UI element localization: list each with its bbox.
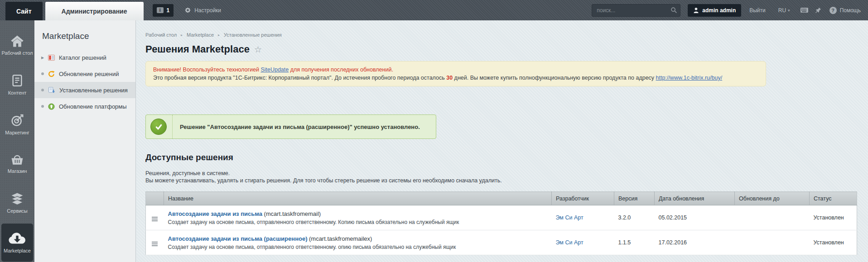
settings-button[interactable]: Настройки: [184, 7, 221, 14]
trial-notice: Внимание! Воспользуйтесь технологией Sit…: [145, 61, 766, 86]
favorite-star-icon[interactable]: ☆: [254, 44, 262, 55]
section-description-line1: Решения, доступные в системе.: [145, 170, 868, 177]
buy-link[interactable]: http://www.1c-bitrix.ru/buy/: [656, 75, 723, 81]
bullet-icon: [41, 72, 44, 75]
sidebar-item-label: Рабочий стол: [0, 50, 34, 56]
sidebar-item-label: Контент: [7, 90, 28, 95]
menu-item-platform-update[interactable]: Обновление платформы: [34, 98, 135, 114]
trial-notice-line: Это пробная версия продукта "1С-Битрикс:…: [153, 74, 758, 82]
breadcrumb-desktop[interactable]: Рабочий стол: [145, 32, 177, 38]
solution-updates-until: [735, 230, 810, 255]
solution-code: (mcart.taskfromemailex): [309, 235, 372, 242]
notice-text: для получения последних обновлений.: [289, 67, 393, 73]
solution-link[interactable]: Автосоздание задачи из письма: [168, 210, 262, 217]
sidebar-item-content[interactable]: Контент: [0, 65, 34, 105]
table-row[interactable]: Автосоздание задачи из письма (mcart.tas…: [146, 205, 857, 230]
menu-item-solutions-update[interactable]: Обновление решений: [34, 66, 135, 82]
layers-icon: [10, 193, 24, 205]
main-content: Рабочий стол ▸ Marketplace ▸ Установленн…: [136, 20, 868, 262]
row-menu-icon[interactable]: [150, 215, 159, 223]
solution-description: Создает задачу на основе письма, отправл…: [168, 219, 548, 225]
siteupdate-link[interactable]: SiteUpdate: [260, 67, 289, 73]
solution-status: Установлен: [810, 230, 857, 255]
help-link[interactable]: ? Помощь: [829, 7, 861, 14]
column-developer[interactable]: Разработчик: [552, 192, 614, 205]
catalog-icon: [48, 55, 55, 61]
solutions-table: Название Разработчик Версия Дата обновле…: [145, 191, 857, 255]
user-label: admin admin: [702, 7, 736, 14]
menu-title: Marketplace: [42, 31, 135, 41]
document-icon: [11, 74, 23, 87]
success-check-icon: [150, 119, 167, 135]
menu-item-solutions-catalog[interactable]: ▶ Каталог решений: [34, 49, 135, 66]
basket-icon: [10, 153, 24, 165]
user-icon: [693, 7, 699, 14]
sidebar-item-desktop[interactable]: Рабочий стол: [0, 26, 34, 65]
trial-days-left: 30: [446, 75, 453, 81]
column-menu: [146, 192, 164, 205]
sidebar-item-marketplace[interactable]: Marketplace: [1, 224, 33, 262]
notice-text: Внимание! Воспользуйтесь технологией: [153, 67, 260, 73]
logout-link[interactable]: Выйти: [749, 7, 766, 14]
pin-button[interactable]: [815, 7, 821, 14]
menu-item-label: Каталог решений: [59, 54, 106, 61]
installed-solutions-icon: [48, 87, 55, 94]
target-icon: [11, 114, 24, 127]
row-menu-icon[interactable]: [150, 240, 159, 248]
breadcrumb-separator-icon: ▸: [181, 33, 183, 37]
breadcrumb: Рабочий стол ▸ Marketplace ▸ Установленн…: [145, 32, 868, 38]
help-label: Помощь: [840, 7, 861, 14]
bullet-icon: [41, 105, 44, 108]
breadcrumb-separator-icon: ▸: [218, 33, 220, 37]
hotkeys-button[interactable]: [800, 7, 809, 14]
success-message: Решение "Автосоздание задачи из письма (…: [145, 114, 436, 139]
menu-item-label: Обновление решений: [59, 71, 119, 77]
solution-update-date: 17.02.2016: [655, 230, 735, 255]
tab-site[interactable]: Сайт: [5, 2, 43, 20]
solution-updates-until: [735, 205, 810, 230]
user-button[interactable]: admin admin: [688, 4, 741, 17]
solution-version: 1.1.5: [614, 230, 655, 255]
solution-update-date: 05.02.2015: [655, 205, 735, 230]
solution-version: 3.2.0: [614, 205, 655, 230]
sidebar-item-marketing[interactable]: Маркетинг: [0, 105, 34, 144]
chevron-down-icon: ▾: [788, 8, 790, 13]
menu-item-installed-solutions[interactable]: Установленные решения: [34, 82, 135, 98]
sidebar-item-shop[interactable]: Магазин: [0, 144, 34, 183]
solution-link[interactable]: Автосоздание задачи из письма (расширенн…: [168, 235, 308, 242]
topbar: Сайт Администрирование i 1 Настройки adm…: [0, 0, 868, 20]
language-selector[interactable]: RU ▾: [778, 7, 790, 14]
solution-code: (mcart.taskfromemail): [264, 210, 321, 217]
refresh-icon: [48, 71, 55, 77]
info-monitor-icon: i: [157, 7, 164, 13]
home-icon: [10, 35, 24, 47]
search-icon[interactable]: [670, 7, 677, 15]
solution-description: Создает задачу на основе письма, отправл…: [168, 244, 548, 250]
search-input[interactable]: [592, 4, 680, 17]
developer-link[interactable]: Эм Си Арт: [556, 214, 583, 221]
topbar-spacer: [221, 0, 592, 20]
gear-icon: [184, 7, 191, 14]
breadcrumb-current: Установленные решения: [224, 32, 282, 38]
menu-item-label: Установленные решения: [59, 87, 128, 94]
success-text: Решение "Автосоздание задачи из письма (…: [173, 124, 420, 130]
column-updates-until[interactable]: Обновления до: [735, 192, 810, 205]
column-status[interactable]: Статус: [810, 192, 857, 205]
marketplace-menu: Marketplace ▶ Каталог решений Обновление…: [34, 20, 136, 262]
notifications-button[interactable]: i 1: [153, 4, 174, 17]
column-version[interactable]: Версия: [614, 192, 655, 205]
breadcrumb-marketplace[interactable]: Marketplace: [187, 32, 214, 38]
column-name[interactable]: Название: [164, 192, 552, 205]
table-header-row: Название Разработчик Версия Дата обновле…: [146, 192, 857, 205]
search-box: [592, 4, 680, 17]
tab-admin[interactable]: Администрирование: [45, 2, 144, 20]
cloud-download-icon: [8, 232, 27, 245]
platform-update-icon: [48, 103, 55, 110]
sidebar-item-label: Сервисы: [6, 208, 29, 214]
table-row[interactable]: Автосоздание задачи из письма (расширенн…: [146, 230, 857, 255]
pin-icon: [815, 7, 821, 14]
sidebar-item-services[interactable]: Сервисы: [0, 183, 34, 223]
solution-status: Установлен: [810, 205, 857, 230]
column-update-date[interactable]: Дата обновления: [655, 192, 735, 205]
developer-link[interactable]: Эм Си Арт: [556, 239, 583, 246]
